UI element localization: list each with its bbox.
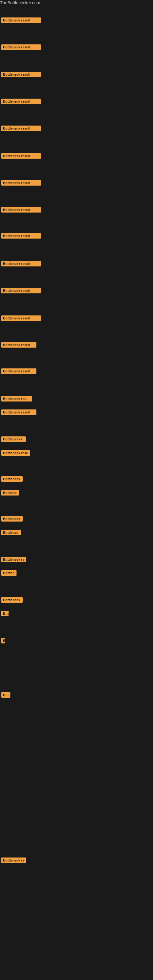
bottleneck-badge[interactable]: Bottlenec — [1, 530, 21, 535]
bottleneck-result-item: Bottleneck result — [1, 207, 41, 214]
bottleneck-result-item: Bottleneck re — [1, 557, 26, 563]
bottleneck-badge[interactable]: B — [1, 638, 5, 643]
bottleneck-result-item: Bottleneck result — [1, 45, 41, 51]
bottleneck-badge[interactable]: Bottleneck result — [1, 207, 41, 213]
bottleneck-result-item: Bottleneck result — [1, 126, 41, 132]
bottleneck-result-item: Bottleneck — [1, 597, 22, 604]
bottleneck-result-item: Bottleneck result — [1, 342, 37, 349]
bottleneck-badge[interactable]: Bottleneck — [1, 476, 22, 482]
bottleneck-badge[interactable]: Bottleneck result — [1, 396, 32, 401]
bottleneck-result-item: Bottleneck result — [1, 409, 37, 416]
bottleneck-badge[interactable]: Bottleneck result — [1, 18, 41, 23]
bottleneck-result-item: Bottleneck re — [1, 858, 26, 864]
bottleneck-badge[interactable]: Bo — [1, 611, 9, 616]
bottleneck-badge[interactable]: Bottlene — [1, 490, 19, 495]
bottleneck-badge[interactable]: Bottleneck r — [1, 436, 26, 442]
bottleneck-result-item: Bottleneck r — [1, 436, 26, 443]
bottleneck-result-item: Bottleneck resu — [1, 450, 30, 457]
bottleneck-result-item: Bottlene — [1, 490, 19, 497]
bottleneck-badge[interactable]: Bottler — [1, 570, 16, 576]
bottleneck-badge[interactable]: Bottleneck result — [1, 180, 41, 186]
bottleneck-badge[interactable]: Bottleneck result — [1, 261, 41, 266]
bottleneck-badge[interactable]: Bottleneck — [1, 597, 22, 603]
bottleneck-result-item: Bottleneck result — [1, 233, 41, 240]
site-header: TheBottlenecker.com — [0, 0, 153, 5]
bottleneck-badge[interactable]: Bottleneck result — [1, 315, 41, 321]
bottleneck-badge[interactable]: Bottleneck re — [1, 858, 26, 863]
bottleneck-result-item: Bottleneck result — [1, 368, 37, 375]
bottleneck-badge[interactable]: Bottleneck result — [1, 45, 41, 50]
bottleneck-result-item: Bo — [1, 611, 9, 617]
bottleneck-badge[interactable]: Bottleneck result — [1, 72, 41, 77]
bottleneck-badge[interactable]: Bot — [1, 692, 10, 698]
bottleneck-result-item: Bottleneck result — [1, 315, 41, 322]
bottleneck-result-item: Bottleneck result — [1, 72, 41, 78]
bottleneck-result-item: Bottleneck result — [1, 153, 41, 160]
bottleneck-result-item: Bottler — [1, 570, 16, 577]
bottleneck-badge[interactable]: Bottleneck result — [1, 409, 37, 415]
bottleneck-result-item: Bottleneck result — [1, 288, 41, 294]
bottleneck-badge[interactable]: Bottleneck result — [1, 342, 37, 348]
bottleneck-badge[interactable]: Bottleneck result — [1, 368, 37, 374]
bottleneck-badge[interactable]: Bottleneck re — [1, 557, 26, 562]
bottleneck-badge[interactable]: Bottleneck result — [1, 233, 41, 239]
bottleneck-badge[interactable]: Bottleneck — [1, 516, 22, 522]
bottleneck-badge[interactable]: Bottleneck result — [1, 126, 41, 131]
bottleneck-result-item: Bottleneck — [1, 476, 22, 483]
bottleneck-badge[interactable]: Bottleneck result — [1, 153, 41, 159]
bottleneck-result-item: B — [1, 638, 5, 645]
bottleneck-result-item: Bot — [1, 692, 10, 699]
bottleneck-result-item: Bottleneck result — [1, 261, 41, 268]
bottleneck-result-item: Bottleneck result — [1, 396, 32, 403]
bottleneck-badge[interactable]: Bottleneck resu — [1, 450, 30, 456]
bottleneck-result-item: Bottleneck result — [1, 180, 41, 187]
bottleneck-badge[interactable]: Bottleneck result — [1, 99, 41, 104]
bottleneck-result-item: Bottleneck result — [1, 99, 41, 105]
bottleneck-result-item: Bottlenec — [1, 530, 21, 536]
bottleneck-badge[interactable]: Bottleneck result — [1, 288, 41, 293]
bottleneck-result-item: Bottleneck result — [1, 18, 41, 24]
bottleneck-result-item: Bottleneck — [1, 516, 22, 523]
